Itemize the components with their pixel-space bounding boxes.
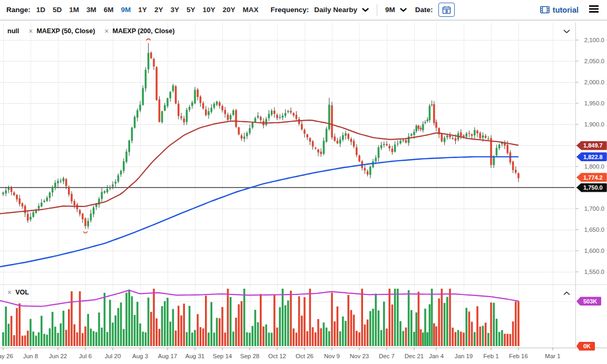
last-price-badge: 1,774.2 (576, 173, 607, 182)
ma50-line (0, 120, 518, 214)
x-axis-label: Mar 1 (545, 353, 560, 359)
frequency-dropdown[interactable]: Daily Nearby (311, 4, 372, 16)
x-axis-label: Sep 14 (213, 353, 232, 359)
y-axis-label: 1,700.0 (584, 205, 604, 212)
x-axis-label: Aug 3 (132, 353, 148, 359)
range-button-1y[interactable]: 1Y (134, 4, 151, 16)
legend-item-label: MAEXP (50, Close) (36, 27, 95, 35)
calendar-icon (442, 6, 451, 14)
y-axis-label: 2,100.0 (584, 37, 604, 43)
date-picker-button[interactable] (438, 3, 455, 17)
x-axis-label: Nov 23 (350, 353, 369, 359)
y-axis-label: 1,900.0 (584, 121, 604, 127)
x-axis-label: Nov 9 (324, 353, 340, 359)
candlestick-series (2, 43, 520, 229)
range-label: Range: (6, 6, 31, 14)
range-button-5d[interactable]: 5D (49, 4, 65, 16)
x-axis-label: Aug 31 (185, 353, 204, 359)
range-button-max[interactable]: MAX (239, 4, 262, 16)
x-axis-label: Oct 12 (268, 353, 286, 359)
chart-legend: null×MAEXP (50, Close)×MAEXP (200, Close… (7, 27, 174, 35)
x-axis-label: May 26 (0, 353, 13, 359)
chevron-down-icon (563, 29, 570, 34)
gridlines (0, 23, 607, 348)
range-button-group: 1D5D1M3M6M9M1Y2Y3Y5Y10Y20YMAX (33, 4, 262, 16)
range-button-2y[interactable]: 2Y (151, 4, 167, 16)
range-button-3m[interactable]: 3M (83, 4, 100, 16)
x-axis-label: Jul 6 (79, 353, 92, 359)
y-axis-label: 1,650.0 (584, 227, 604, 233)
x-axis-label: Dec 7 (379, 353, 395, 359)
range-button-5y[interactable]: 5Y (183, 4, 199, 16)
volume-panel-collapse-button[interactable] (560, 289, 573, 298)
crosshair-price-badge: 1,750.0 (576, 183, 607, 192)
tutorial-link[interactable]: tutorial (540, 6, 579, 14)
ma200-line (0, 157, 518, 267)
x-axis-label: Feb 1 (483, 353, 498, 359)
y-axis-label: 1,550.0 (584, 269, 604, 275)
x-axis-label: Dec 21 (405, 353, 424, 359)
volume-ma-badge: 503K (576, 297, 601, 306)
volume-last-badge: 0K (576, 342, 595, 351)
volume-label: VOL (15, 289, 29, 296)
x-axis-label: Aug 17 (158, 353, 177, 359)
chevron-down-icon (362, 8, 369, 12)
x-axis-label: Jan 4 (429, 353, 444, 359)
x-axis-label: Jun 22 (49, 353, 67, 359)
legend-item-label: null (7, 27, 19, 35)
x-axis-label: Jun 8 (23, 353, 38, 359)
chevron-down-icon (400, 8, 407, 12)
period-value: 9M (385, 6, 395, 14)
date-label: Date: (415, 6, 433, 14)
volume-legend: × VOL (7, 289, 29, 296)
legend-item-null[interactable]: null (7, 27, 19, 35)
legend-item-maexp-50-close[interactable]: ×MAEXP (50, Close) (28, 27, 95, 35)
toolbar-separator (377, 4, 377, 16)
chart-toolbar: Range: 1D5D1M3M6M9M1Y2Y3Y5Y10Y20YMAX Fre… (0, 0, 607, 20)
volume-series (2, 289, 520, 346)
range-button-3y[interactable]: 3Y (167, 4, 183, 16)
period-dropdown[interactable]: 9M (382, 4, 410, 16)
x-axis-label: Sep 28 (240, 353, 259, 359)
price-panel-collapse-button[interactable] (560, 27, 573, 36)
ma50-price-badge: 1,849.7 (576, 141, 607, 150)
frequency-value: Daily Nearby (314, 6, 357, 14)
film-strip-icon (540, 6, 550, 14)
x-axis-label: Oct 26 (296, 353, 314, 359)
x-axis-label: Jul 20 (105, 353, 121, 359)
chart-canvas[interactable]: 2,100.02,050.02,000.01,950.01,900.01,850… (0, 21, 607, 364)
legend-item-maexp-200-close[interactable]: ×MAEXP (200, Close) (104, 27, 174, 35)
range-button-10y[interactable]: 10Y (199, 4, 219, 16)
hamburger-menu-icon (589, 5, 599, 13)
x-axis-label: Feb 16 (509, 353, 528, 359)
y-axis-label: 1,600.0 (584, 248, 604, 254)
chevron-up-icon (563, 291, 570, 296)
y-axis-label: 1,950.0 (584, 100, 604, 106)
x-axis-label: Jan 19 (455, 353, 473, 359)
y-axis-label: 2,000.0 (584, 79, 604, 85)
close-icon[interactable]: × (7, 289, 12, 296)
chart-area: 2,100.02,050.02,000.01,950.01,900.01,850… (0, 20, 607, 364)
range-button-20y[interactable]: 20Y (219, 4, 239, 16)
frequency-label: Frequency: (270, 6, 309, 14)
volume-ma-line (0, 290, 518, 306)
range-button-1d[interactable]: 1D (33, 4, 49, 16)
ma200-price-badge: 1,822.8 (576, 152, 607, 161)
y-axis-label: 1,800.0 (584, 163, 604, 170)
close-icon[interactable]: × (104, 27, 109, 35)
range-button-9m[interactable]: 9M (118, 4, 135, 16)
range-button-6m[interactable]: 6M (100, 4, 118, 16)
y-axis-label: 2,050.0 (584, 58, 604, 64)
tutorial-label: tutorial (553, 6, 579, 14)
range-button-1m[interactable]: 1M (65, 4, 83, 16)
close-icon[interactable]: × (28, 27, 33, 35)
legend-item-label: MAEXP (200, Close) (113, 27, 175, 35)
menu-button[interactable] (587, 3, 601, 16)
